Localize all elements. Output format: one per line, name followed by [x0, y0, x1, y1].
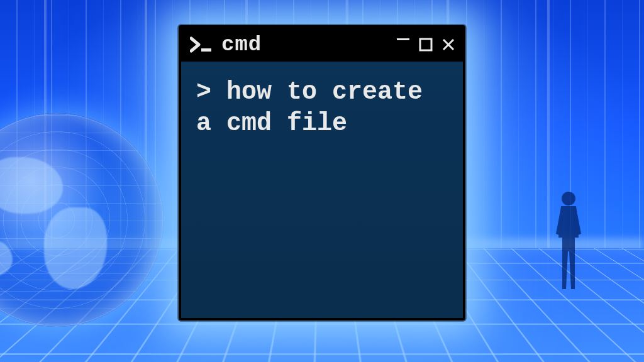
scene-background: cmd > how to create a cmd file: [0, 0, 644, 362]
minimize-button[interactable]: [396, 32, 410, 50]
person-silhouette: [550, 189, 587, 295]
svg-rect-1: [201, 48, 211, 52]
maximize-button[interactable]: [419, 38, 433, 52]
command-text: how to create a cmd file: [196, 78, 438, 138]
svg-rect-2: [397, 38, 409, 40]
close-button[interactable]: [441, 38, 455, 52]
svg-rect-3: [420, 39, 431, 50]
svg-point-0: [562, 192, 575, 206]
terminal-body[interactable]: > how to create a cmd file: [181, 62, 463, 318]
window-controls: [396, 36, 455, 53]
prompt-symbol: >: [196, 78, 226, 106]
terminal-window[interactable]: cmd > how to create a cmd file: [179, 25, 465, 321]
window-title: cmd: [221, 33, 387, 57]
prompt-icon: [190, 36, 213, 53]
titlebar[interactable]: cmd: [181, 28, 463, 62]
